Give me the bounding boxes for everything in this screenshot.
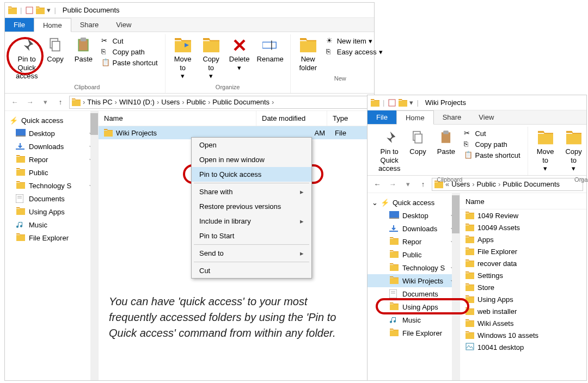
forward-button[interactable]: → — [386, 178, 399, 191]
sidebar-item[interactable]: Wiki Projects — [367, 274, 460, 287]
sidebar-item[interactable]: Repor — [367, 235, 460, 248]
copy-path-button[interactable]: ⎘Copy path — [462, 139, 522, 150]
copy-to-button[interactable]: Copy to▾ — [197, 34, 225, 83]
cut-button[interactable]: ✂Cut — [462, 128, 522, 139]
sidebar-item[interactable]: Using Apps — [5, 205, 98, 218]
ctx-include[interactable]: Include in library▸ — [192, 214, 311, 228]
ctx-share[interactable]: Share with▸ — [192, 184, 311, 199]
cut-button[interactable]: ✂Cut — [100, 35, 159, 46]
file-row[interactable]: web installer — [460, 305, 586, 317]
sidebar-item[interactable]: Desktop — [5, 127, 98, 140]
quick-access-header[interactable]: ⌄⚡Quick access — [367, 196, 460, 209]
sidebar-item[interactable]: Desktop — [367, 209, 460, 222]
up-button[interactable]: ↑ — [54, 96, 67, 109]
folder-small-icon[interactable] — [36, 6, 45, 15]
crumb[interactable]: WIN10 (D:) — [119, 98, 155, 106]
recent-dropdown[interactable]: ▾ — [401, 178, 414, 191]
file-row[interactable]: File Explorer — [460, 245, 586, 257]
move-to-button[interactable]: Move to▾ — [531, 127, 560, 175]
sidebar-item[interactable]: Documents — [5, 192, 98, 205]
new-folder-button[interactable]: New folder — [294, 34, 322, 74]
crumb[interactable]: Users — [161, 98, 180, 106]
home-tab[interactable]: Home — [34, 18, 71, 32]
copy-to-button[interactable]: Copy to▾ — [560, 127, 588, 175]
copy-button[interactable]: Copy — [403, 127, 432, 158]
paste-shortcut-button[interactable]: 📋Paste shortcut — [462, 150, 522, 160]
file-row[interactable]: 10049 Assets — [460, 221, 586, 233]
col-name[interactable]: Name — [99, 111, 256, 126]
pin-quick-access-button[interactable]: Pin to Quick access — [13, 34, 41, 83]
file-row[interactable]: Settings — [460, 269, 586, 281]
file-row[interactable]: Using Apps — [460, 293, 586, 305]
sidebar-item[interactable]: Repor — [5, 153, 98, 166]
crumb[interactable]: Users — [451, 180, 470, 188]
address-bar[interactable]: › This PC› WIN10 (D:)› Users› Public› Pu… — [69, 96, 371, 109]
sidebar-item[interactable]: Music — [5, 218, 98, 231]
sidebar-item[interactable]: File Explorer — [367, 326, 460, 339]
paste-button[interactable]: Paste — [432, 127, 460, 158]
easy-access-button[interactable]: ⎘Easy access ▾ — [324, 46, 384, 57]
crumb[interactable]: Public Documents — [212, 98, 270, 106]
crumb[interactable]: Public — [477, 180, 496, 188]
qat-icon[interactable] — [25, 6, 34, 15]
sidebar-item[interactable]: Using Apps — [367, 300, 460, 313]
rename-button[interactable]: Rename — [254, 34, 287, 66]
crumb[interactable]: Public — [187, 98, 206, 106]
qat-icon[interactable] — [388, 98, 396, 107]
sidebar-item[interactable]: Public — [367, 248, 460, 261]
file-row[interactable]: 10041 desktop — [460, 341, 586, 354]
ctx-restore[interactable]: Restore previous versions — [192, 199, 311, 214]
move-to-button[interactable]: Move to▾ — [169, 34, 197, 83]
sidebar-item[interactable]: Downloads — [367, 222, 460, 235]
address-bar[interactable]: « Users› Public› Public Documents — [432, 178, 583, 191]
sidebar-item[interactable]: Music — [367, 313, 460, 326]
file-row[interactable]: recover data — [460, 257, 586, 269]
ctx-open[interactable]: Open — [192, 138, 311, 152]
crumb[interactable]: This PC — [87, 98, 112, 106]
scrollbar[interactable] — [90, 111, 98, 380]
copy-path-button[interactable]: ⎘Copy path — [100, 46, 159, 57]
sidebar-item[interactable]: Technology S — [5, 179, 98, 192]
view-tab[interactable]: View — [107, 18, 140, 32]
scrollbar-thumb[interactable] — [90, 113, 98, 135]
crumb[interactable]: Public Documents — [503, 180, 560, 188]
sidebar-item[interactable]: Documents — [367, 287, 460, 300]
file-row[interactable]: 1049 Review — [460, 209, 586, 221]
folder-small-icon[interactable] — [399, 98, 407, 107]
ctx-open-new[interactable]: Open in new window — [192, 152, 311, 167]
view-tab[interactable]: View — [470, 110, 503, 124]
up-button[interactable]: ↑ — [416, 178, 430, 191]
quick-access-header[interactable]: ⚡Quick access — [5, 114, 98, 127]
file-tab[interactable]: File — [5, 18, 34, 32]
ctx-pinstart[interactable]: Pin to Start — [192, 228, 311, 243]
share-tab[interactable]: Share — [434, 110, 470, 124]
file-row[interactable]: Store — [460, 281, 586, 293]
new-item-button[interactable]: ☀New item ▾ — [324, 35, 384, 46]
ctx-cut[interactable]: Cut — [192, 263, 311, 278]
paste-button[interactable]: Paste — [69, 34, 97, 66]
chevron-down-icon[interactable]: ⌄ — [372, 199, 377, 207]
file-tab[interactable]: File — [367, 110, 396, 124]
scrollbar[interactable] — [452, 193, 460, 380]
copy-button[interactable]: Copy — [41, 34, 69, 66]
paste-shortcut-button[interactable]: 📋Paste shortcut — [100, 57, 159, 68]
ctx-sendto[interactable]: Send to▸ — [192, 246, 311, 261]
col-name[interactable]: Name — [460, 194, 586, 209]
sidebar-item[interactable]: File Explorer — [5, 231, 98, 244]
file-row[interactable]: Wiki Assets — [460, 317, 586, 329]
sidebar-item[interactable]: Public — [5, 166, 98, 179]
sidebar-item[interactable]: Technology S — [367, 261, 460, 274]
back-button[interactable]: ← — [8, 96, 21, 109]
col-date[interactable]: Date modified — [256, 111, 327, 126]
pin-quick-access-button[interactable]: Pin to Quick access — [375, 127, 403, 175]
file-row[interactable]: Windows 10 assets — [460, 329, 586, 341]
back-button[interactable]: ← — [371, 178, 384, 191]
scrollbar-thumb[interactable] — [452, 195, 460, 233]
delete-button[interactable]: Delete▾ — [225, 34, 254, 74]
recent-dropdown[interactable]: ▾ — [39, 96, 52, 109]
file-row[interactable]: Apps — [460, 233, 586, 245]
share-tab[interactable]: Share — [71, 18, 108, 32]
ctx-pin-quick[interactable]: Pin to Quick access — [192, 167, 311, 182]
sidebar-item[interactable]: Downloads — [5, 140, 98, 153]
forward-button[interactable]: → — [23, 96, 36, 109]
